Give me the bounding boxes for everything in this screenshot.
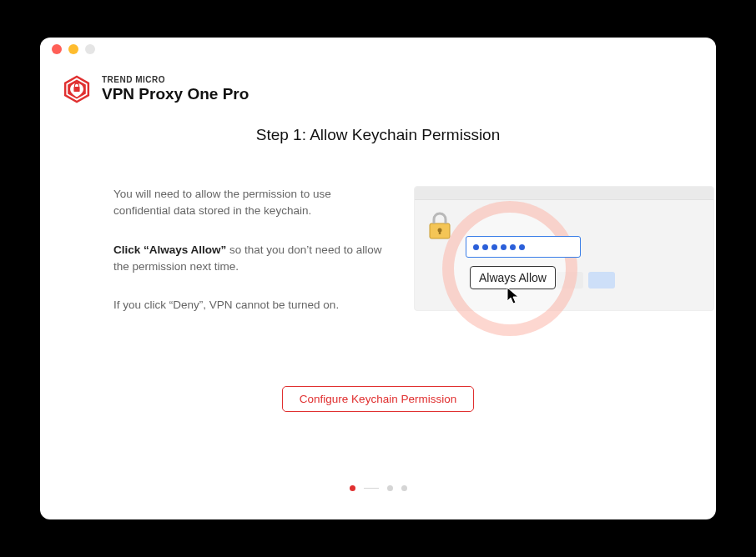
action-area: Configure Keychain Permission: [40, 386, 716, 412]
pager-dot-2[interactable]: [387, 485, 393, 491]
password-dot-icon: [519, 244, 525, 250]
brand-product: VPN Proxy One Pro: [102, 85, 249, 103]
illustration: Always Allow: [414, 186, 674, 353]
illustration-ghost-button-primary: [588, 272, 615, 289]
window-maximize-button[interactable]: [85, 44, 95, 54]
pager-dot-3[interactable]: [401, 485, 407, 491]
app-window: TREND MICRO VPN Proxy One Pro Step 1: Al…: [40, 38, 716, 519]
step-title: Step 1: Allow Keychain Permission: [40, 126, 716, 144]
window-close-button[interactable]: [52, 44, 62, 54]
instruction-deny: If you click “Deny”, VPN cannot be turne…: [113, 297, 389, 314]
configure-keychain-button[interactable]: Configure Keychain Permission: [282, 386, 474, 412]
instruction-click: Click “Always Allow” so that you don’t n…: [113, 242, 389, 276]
app-logo-icon: [62, 74, 92, 104]
content-area: You will need to allow the permission to…: [40, 144, 716, 353]
cursor-icon: [506, 286, 522, 306]
brand-text: TREND MICRO VPN Proxy One Pro: [102, 75, 249, 103]
instructions-column: You will need to allow the permission to…: [113, 186, 389, 335]
pager-dot-1[interactable]: [350, 485, 355, 491]
app-header: TREND MICRO VPN Proxy One Pro: [40, 61, 716, 111]
instruction-click-bold: Click “Always Allow”: [113, 243, 226, 256]
svg-rect-6: [439, 230, 441, 234]
brand-company: TREND MICRO: [102, 75, 249, 85]
password-dot-icon: [491, 244, 497, 250]
pager-line: [364, 488, 379, 489]
svg-rect-3: [73, 87, 79, 92]
password-dot-icon: [510, 244, 516, 250]
lock-icon: [428, 212, 451, 240]
pager-dots: [40, 485, 716, 491]
window-minimize-button[interactable]: [68, 44, 78, 54]
password-dot-icon: [482, 244, 488, 250]
window-titlebar: [40, 38, 716, 61]
password-dot-icon: [473, 244, 479, 250]
instruction-intro: You will need to allow the permission to…: [113, 186, 389, 220]
illustration-dialog-header: [415, 187, 713, 200]
password-dot-icon: [501, 244, 507, 250]
illustration-password-field: [466, 236, 581, 258]
